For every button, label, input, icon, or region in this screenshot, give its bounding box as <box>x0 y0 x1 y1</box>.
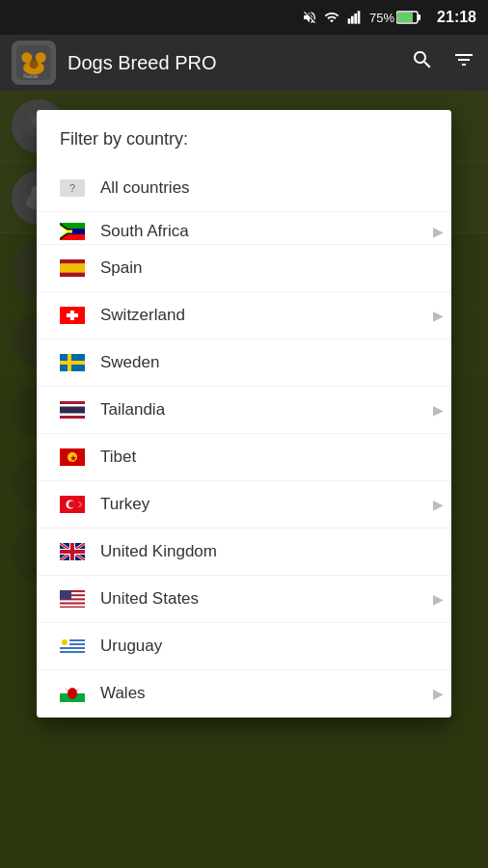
svg-rect-1 <box>351 16 354 24</box>
country-flag-gb <box>60 543 85 560</box>
svg-text:★: ★ <box>69 453 77 463</box>
svg-rect-66 <box>60 651 85 653</box>
country-flag-wales <box>60 685 85 702</box>
country-item-switzerland[interactable]: Switzerland ▶ <box>37 292 451 339</box>
country-item-wales[interactable]: Wales ▶ <box>37 670 451 718</box>
status-bar: 75% 21:18 <box>0 0 488 35</box>
svg-rect-28 <box>60 264 85 273</box>
country-name-se: Sweden <box>100 353 159 372</box>
country-item-uruguay[interactable]: Uruguay <box>37 623 451 670</box>
country-flag-za <box>60 223 85 240</box>
svg-rect-59 <box>60 602 85 604</box>
scroll-arrow-tr: ▶ <box>433 497 444 512</box>
country-item-all[interactable]: ? All countries <box>37 165 451 212</box>
all-countries-icon: ? <box>60 179 85 197</box>
app-title: Dogs Breed PRO <box>68 52 399 74</box>
svg-rect-32 <box>67 313 78 317</box>
country-flag-se <box>60 354 85 371</box>
status-icons: 75% <box>302 10 421 25</box>
svg-rect-27 <box>60 259 85 264</box>
svg-rect-6 <box>397 13 413 22</box>
country-item-uk[interactable]: United Kingdom <box>37 529 451 576</box>
country-flag-uy <box>60 637 85 655</box>
search-button[interactable] <box>411 48 434 77</box>
country-flag-th <box>60 401 85 419</box>
country-name-sa: South Africa <box>100 222 189 241</box>
svg-rect-54 <box>60 550 85 554</box>
country-flag-tibet: ★ <box>60 448 85 466</box>
svg-point-11 <box>30 60 39 68</box>
country-name-uy: Uruguay <box>100 637 162 656</box>
svg-point-71 <box>68 688 77 699</box>
country-flag-us <box>60 590 85 608</box>
country-item-south-africa[interactable]: South Africa ▶ <box>37 212 451 245</box>
svg-point-8 <box>21 52 32 63</box>
country-item-us[interactable]: United States ▶ <box>37 576 451 623</box>
svg-rect-0 <box>348 18 351 23</box>
filter-button[interactable] <box>451 48 476 77</box>
country-item-turkey[interactable]: ☽ Turkey ▶ <box>37 481 451 529</box>
svg-text:Razas: Razas <box>23 73 39 79</box>
country-name-us: United States <box>100 589 199 609</box>
country-item-spain[interactable]: Spain <box>37 245 451 292</box>
country-name-ch: Switzerland <box>100 306 185 325</box>
clock: 21:18 <box>437 9 476 26</box>
app-bar: Razas Dogs Breed PRO <box>0 35 488 91</box>
scroll-arrow-sa: ▶ <box>433 224 444 239</box>
svg-rect-61 <box>60 590 71 600</box>
scroll-arrow-us: ▶ <box>433 591 444 607</box>
country-name: All countries <box>100 178 190 198</box>
battery-icon <box>396 11 421 24</box>
scroll-arrow-ch: ▶ <box>433 308 444 323</box>
country-item-sweden[interactable]: Sweden <box>37 339 451 387</box>
dialog-header: Filter by country: <box>37 110 451 165</box>
country-item-tibet[interactable]: ★ Tibet <box>37 434 451 481</box>
country-name-es: Spain <box>100 258 142 278</box>
mute-icon <box>302 10 317 25</box>
country-name-wales: Wales <box>100 684 146 703</box>
country-flag-ch <box>60 307 85 324</box>
svg-rect-29 <box>60 273 85 278</box>
app-bar-actions <box>411 48 476 77</box>
app-logo: Razas <box>12 41 56 85</box>
country-name-gb: United Kingdom <box>100 542 217 561</box>
battery-indicator: 75% <box>369 11 421 25</box>
country-flag-tr: ☽ <box>60 496 85 513</box>
svg-rect-38 <box>60 407 85 414</box>
svg-rect-3 <box>358 11 361 23</box>
country-name-tr: Turkey <box>100 495 149 514</box>
country-name-th: Tailandia <box>100 400 165 420</box>
signal-icon <box>346 10 364 25</box>
svg-text:☽: ☽ <box>75 501 82 509</box>
scroll-arrow-wales: ▶ <box>433 686 444 701</box>
country-name-tibet: Tibet <box>100 448 136 467</box>
country-item-tailandia[interactable]: Tailandia ▶ <box>37 387 451 434</box>
svg-point-9 <box>36 52 46 63</box>
svg-rect-2 <box>354 14 357 24</box>
svg-rect-35 <box>60 361 85 365</box>
svg-point-44 <box>68 502 75 508</box>
dialog-overlay: Filter by country: ? All countries <box>0 91 488 868</box>
wifi-icon <box>323 10 340 25</box>
country-list[interactable]: ? All countries <box>37 165 451 718</box>
svg-point-68 <box>62 639 68 645</box>
filter-dialog: Filter by country: ? All countries <box>37 110 451 718</box>
dialog-title: Filter by country: <box>60 129 188 149</box>
svg-rect-5 <box>418 14 420 20</box>
svg-rect-60 <box>60 607 85 608</box>
country-flag-es <box>60 259 85 277</box>
scroll-arrow-th: ▶ <box>433 402 444 418</box>
svg-rect-65 <box>60 647 85 649</box>
